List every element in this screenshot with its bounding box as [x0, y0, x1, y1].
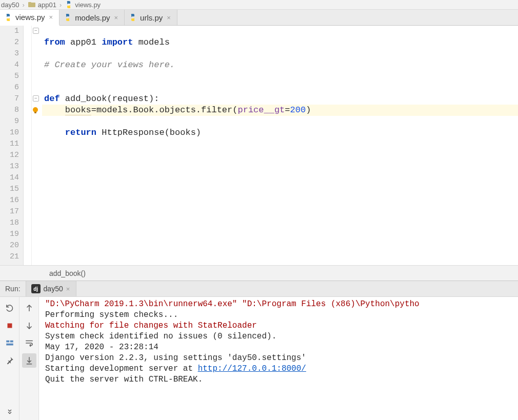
line-number: 19	[0, 229, 23, 240]
run-tab-label: day50	[44, 285, 63, 293]
fold-toggle-icon[interactable]: −	[33, 28, 39, 34]
code-editor[interactable]: from app01 import models# Create your vi…	[42, 26, 518, 265]
svg-rect-6	[10, 341, 13, 343]
code-line[interactable]	[42, 251, 518, 263]
line-number: 11	[0, 138, 23, 150]
code-line[interactable]: return HttpResponse(books)	[42, 127, 518, 138]
line-number: 8	[0, 105, 23, 116]
chevron-right-icon: ›	[22, 1, 24, 9]
line-number: 4	[0, 59, 23, 71]
line-number: 15	[0, 184, 23, 195]
console-line: System check identified no issues (0 sil…	[45, 331, 518, 342]
console-line: Starting development server at http://12…	[45, 364, 518, 374]
more-icon[interactable]	[3, 406, 17, 420]
console-line: Django version 2.2.3, using settings 'da…	[45, 353, 518, 364]
code-line[interactable]	[42, 71, 518, 82]
breadcrumb: day50 › app01 › views.py	[0, 0, 518, 9]
code-line[interactable]: books=models.Book.objects.filter(price__…	[42, 105, 518, 116]
console-line: Quit the server with CTRL-BREAK.	[45, 374, 518, 385]
code-line[interactable]	[42, 240, 518, 251]
layout-icon[interactable]	[3, 336, 17, 350]
editor-tab[interactable]: urls.py×	[125, 10, 177, 25]
python-file-icon	[65, 1, 73, 9]
line-number: 7	[0, 93, 23, 105]
python-file-icon	[4, 13, 12, 22]
python-file-icon	[129, 13, 137, 22]
code-line[interactable]	[42, 48, 518, 59]
tab-label: views.py	[15, 13, 45, 22]
folder-icon	[28, 1, 36, 9]
rerun-icon[interactable]	[3, 301, 17, 315]
soft-wrap-icon[interactable]	[22, 336, 36, 350]
line-number: 9	[0, 116, 23, 127]
line-number: 6	[0, 82, 23, 93]
svg-rect-4	[7, 324, 12, 328]
code-line[interactable]	[42, 138, 518, 150]
code-line[interactable]: from app01 import models	[42, 37, 518, 48]
arrow-up-icon[interactable]	[22, 301, 36, 315]
tab-label: models.py	[75, 13, 110, 22]
line-number: 16	[0, 195, 23, 206]
close-icon[interactable]: ×	[66, 285, 70, 293]
close-icon[interactable]: ×	[48, 14, 54, 21]
run-toolbar-right	[19, 297, 39, 420]
editor-tabs: views.py×models.py×urls.py×	[0, 9, 518, 26]
code-line[interactable]	[42, 229, 518, 240]
line-number: 13	[0, 161, 23, 172]
line-number: 3	[0, 48, 23, 59]
tab-label: urls.py	[140, 13, 163, 22]
svg-rect-5	[6, 341, 9, 343]
run-console[interactable]: "D:\PyCharm 2019.1.3\bin\runnerw64.exe" …	[39, 297, 518, 420]
breadcrumb-item[interactable]: app01	[28, 1, 56, 9]
line-number: 18	[0, 217, 23, 229]
code-line[interactable]	[42, 116, 518, 127]
console-line: Watching for file changes with StatReloa…	[45, 321, 518, 331]
arrow-down-icon[interactable]	[22, 318, 36, 333]
code-line[interactable]	[42, 217, 518, 229]
run-toolbar-left	[0, 297, 19, 420]
console-link[interactable]: http://127.0.0.1:8000/	[198, 364, 306, 373]
code-line[interactable]: def add_book(request):	[42, 93, 518, 105]
line-number: 20	[0, 240, 23, 251]
structure-strip	[24, 26, 32, 265]
django-icon: dj	[31, 284, 41, 293]
svg-point-2	[33, 107, 38, 112]
line-number: 5	[0, 71, 23, 82]
run-toolwindow-body: "D:\PyCharm 2019.1.3\bin\runnerw64.exe" …	[0, 297, 518, 420]
code-line[interactable]	[42, 161, 518, 172]
code-line[interactable]	[42, 150, 518, 161]
code-line[interactable]	[42, 26, 518, 37]
stop-icon[interactable]	[3, 318, 17, 333]
pin-icon[interactable]	[3, 353, 17, 368]
intention-bulb-icon[interactable]	[31, 106, 40, 115]
python-file-icon	[64, 13, 72, 22]
close-icon[interactable]: ×	[166, 14, 172, 21]
fold-toggle-icon[interactable]: −	[33, 95, 39, 102]
line-number: 1	[0, 26, 23, 37]
svg-rect-3	[34, 112, 36, 113]
close-icon[interactable]: ×	[113, 14, 119, 21]
line-number: 2	[0, 37, 23, 48]
console-line: Performing system checks...	[45, 310, 518, 321]
console-line: May 17, 2020 - 23:28:14	[45, 342, 518, 353]
code-line[interactable]: # Create your views here.	[42, 59, 518, 71]
chevron-right-icon: ›	[59, 1, 62, 9]
line-number: 17	[0, 206, 23, 217]
line-number: 10	[0, 127, 23, 138]
code-line[interactable]	[42, 206, 518, 217]
editor-context-bar: add_book()	[0, 265, 518, 281]
line-number: 21	[0, 251, 23, 263]
code-line[interactable]	[42, 184, 518, 195]
scroll-to-end-icon[interactable]	[22, 353, 36, 368]
editor-tab[interactable]: models.py×	[59, 10, 125, 25]
run-config-tab[interactable]: dj day50 ×	[26, 281, 77, 296]
console-line: "D:\PyCharm 2019.1.3\bin\runnerw64.exe" …	[45, 299, 518, 310]
code-line[interactable]	[42, 172, 518, 184]
breadcrumb-item[interactable]: day50	[1, 1, 19, 9]
svg-rect-1	[28, 2, 31, 4]
line-number-gutter: 123456789101112131415161718192021	[0, 26, 24, 265]
breadcrumb-item[interactable]: views.py	[65, 1, 101, 9]
code-line[interactable]	[42, 195, 518, 206]
editor-tab[interactable]: views.py×	[0, 10, 59, 26]
code-line[interactable]	[42, 82, 518, 93]
